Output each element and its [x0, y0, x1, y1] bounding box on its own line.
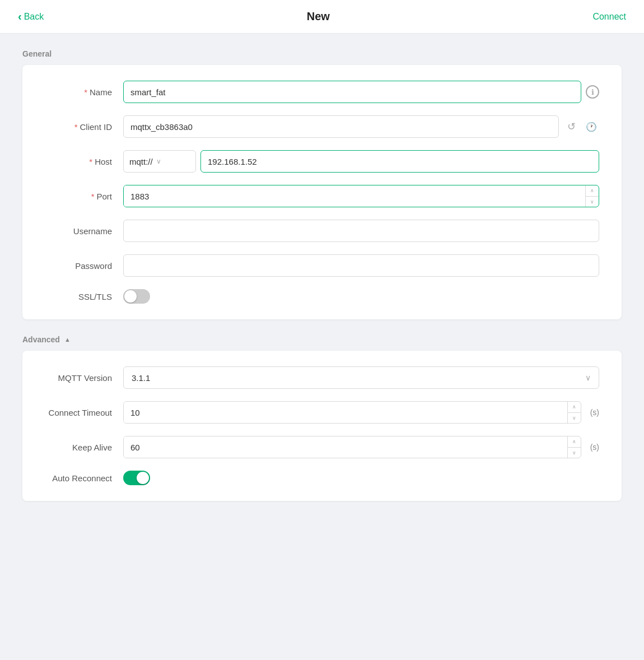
connect-timeout-row: Connect Timeout ∧ ∨ (s): [45, 401, 599, 424]
name-info-icon[interactable]: ℹ: [586, 85, 599, 99]
host-row: *Host mqtt:// ∨: [45, 150, 599, 173]
mqtt-version-row: MQTT Version 3.1.1 ∨: [45, 366, 599, 389]
auto-reconnect-toggle[interactable]: [123, 471, 150, 485]
connect-timeout-spinner: ∧ ∨: [123, 401, 581, 424]
host-input[interactable]: [200, 150, 599, 173]
host-field-control: mqtt:// ∨: [123, 150, 599, 173]
protocol-chevron-icon: ∨: [156, 157, 161, 165]
advanced-card: MQTT Version 3.1.1 ∨ Connect Timeout ∧ ∨: [22, 351, 622, 501]
advanced-section-label: Advanced: [22, 335, 60, 344]
page-title: New: [307, 10, 330, 23]
auto-reconnect-toggle-thumb: [137, 472, 149, 484]
keep-alive-arrows: ∧ ∨: [567, 436, 581, 458]
port-up-arrow[interactable]: ∧: [586, 185, 599, 197]
ssl-toggle-thumb: [124, 290, 137, 303]
port-field-control: ∧ ∨: [123, 185, 599, 207]
connect-timeout-field-control: ∧ ∨ (s): [123, 401, 599, 424]
password-label: Password: [45, 261, 123, 271]
keep-alive-unit: (s): [590, 443, 599, 452]
port-row: *Port ∧ ∨: [45, 185, 599, 207]
mqtt-version-field-control: 3.1.1 ∨: [123, 366, 599, 389]
password-input[interactable]: [123, 254, 599, 277]
connect-button[interactable]: Connect: [592, 12, 626, 22]
port-spinner: ∧ ∨: [123, 185, 599, 207]
username-field-control: [123, 220, 599, 242]
name-label: *Name: [45, 87, 123, 97]
protocol-value: mqtt://: [129, 157, 153, 166]
ssl-label: SSL/TLS: [45, 292, 123, 301]
keep-alive-input[interactable]: [124, 436, 567, 458]
keep-alive-spinner: ∧ ∨: [123, 436, 581, 458]
ssl-toggle[interactable]: [123, 289, 150, 304]
port-input[interactable]: [124, 185, 585, 207]
advanced-arrow-icon: ▲: [64, 336, 71, 343]
auto-reconnect-label: Auto Reconnect: [45, 473, 123, 483]
ssl-row: SSL/TLS: [45, 289, 599, 304]
back-label: Back: [24, 12, 44, 22]
password-field-control: [123, 254, 599, 277]
keep-alive-label: Keep Alive: [45, 443, 123, 452]
protocol-select[interactable]: mqtt:// ∨: [123, 150, 196, 173]
client-id-label: *Client ID: [45, 122, 123, 132]
mqtt-version-chevron-icon: ∨: [585, 373, 591, 382]
port-arrows: ∧ ∨: [585, 185, 599, 207]
username-label: Username: [45, 226, 123, 236]
client-id-row: *Client ID ↺ 🕐: [45, 115, 599, 138]
keep-alive-field-control: ∧ ∨ (s): [123, 436, 599, 458]
keep-alive-down-arrow[interactable]: ∨: [568, 448, 581, 458]
name-input[interactable]: [123, 81, 581, 103]
password-row: Password: [45, 254, 599, 277]
header: Back New Connect: [0, 0, 644, 34]
refresh-icon[interactable]: ↺: [563, 119, 579, 134]
connect-timeout-label: Connect Timeout: [45, 408, 123, 417]
username-row: Username: [45, 220, 599, 242]
name-field-control: ℹ: [123, 81, 599, 103]
name-row: *Name ℹ: [45, 81, 599, 103]
host-label: *Host: [45, 157, 123, 166]
port-down-arrow[interactable]: ∨: [586, 197, 599, 207]
keep-alive-row: Keep Alive ∧ ∨ (s): [45, 436, 599, 458]
general-card: *Name ℹ *Client ID ↺ 🕐 *Host: [22, 65, 622, 319]
mqtt-version-label: MQTT Version: [45, 373, 123, 383]
auto-reconnect-row: Auto Reconnect: [45, 471, 599, 485]
mqtt-version-value: 3.1.1: [132, 373, 150, 383]
advanced-section-header[interactable]: Advanced ▲: [22, 335, 622, 344]
username-input[interactable]: [123, 220, 599, 242]
connect-timeout-unit: (s): [590, 408, 599, 417]
mqtt-version-select[interactable]: 3.1.1 ∨: [123, 366, 599, 389]
connect-timeout-down-arrow[interactable]: ∨: [568, 413, 581, 424]
port-label: *Port: [45, 192, 123, 201]
client-id-field-control: ↺ 🕐: [123, 115, 599, 138]
general-section-label: General: [22, 49, 622, 58]
keep-alive-up-arrow[interactable]: ∧: [568, 436, 581, 448]
back-button[interactable]: Back: [18, 10, 44, 23]
auto-reconnect-field-control: [123, 471, 599, 485]
connect-timeout-input[interactable]: [124, 402, 567, 423]
connect-timeout-up-arrow[interactable]: ∧: [568, 402, 581, 413]
page-content: General *Name ℹ *Client ID ↺ 🕐: [0, 34, 644, 532]
ssl-field-control: [123, 289, 599, 304]
clock-icon[interactable]: 🕐: [584, 119, 599, 134]
client-id-input[interactable]: [123, 115, 559, 138]
connect-timeout-arrows: ∧ ∨: [567, 402, 581, 423]
